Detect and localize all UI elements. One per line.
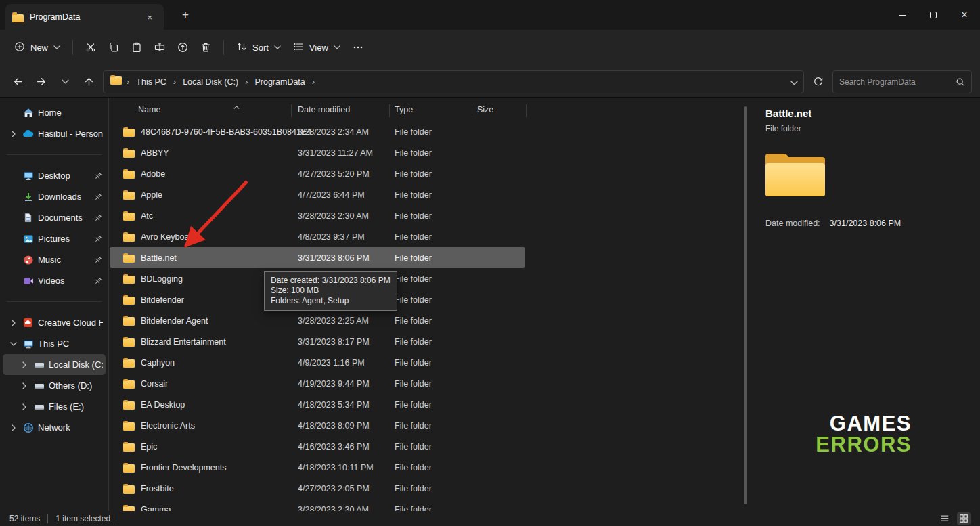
sort-ascending-icon (233, 102, 240, 111)
maximize-button[interactable] (918, 0, 949, 30)
pin-icon (93, 255, 103, 265)
sidebar-item-pictures[interactable]: Pictures (3, 228, 106, 249)
breadcrumb-programdata[interactable]: ProgramData (250, 74, 309, 89)
sidebar-item-videos[interactable]: Videos (3, 270, 106, 291)
cut-button[interactable] (79, 37, 102, 58)
folder-icon (123, 359, 135, 368)
chevron-down-icon[interactable] (8, 338, 18, 349)
forward-button[interactable] (32, 72, 51, 91)
sidebar-item-onedrive[interactable]: Hasibul - Personal (3, 123, 106, 144)
file-row[interactable]: Blizzard Entertainment 3/31/2023 8:17 PM… (110, 331, 525, 352)
more-options-button[interactable] (347, 37, 370, 58)
back-button[interactable] (8, 72, 27, 91)
chevron-right-icon[interactable] (8, 317, 18, 328)
column-divider[interactable] (389, 104, 390, 117)
chevron-right-icon[interactable] (8, 129, 18, 139)
file-name: Battle.net (141, 253, 177, 263)
file-row[interactable]: Caphyon 4/9/2023 1:16 PM File folder (110, 352, 525, 373)
file-row[interactable]: Corsair 4/19/2023 9:44 PM File folder (110, 373, 525, 394)
share-button[interactable] (171, 37, 194, 58)
new-tab-button[interactable]: + (177, 8, 194, 22)
refresh-button[interactable] (809, 72, 828, 91)
sidebar-item-others-d[interactable]: Others (D:) (3, 375, 106, 396)
window-controls: × (887, 0, 980, 30)
sidebar-item-music[interactable]: Music (3, 249, 106, 270)
file-row[interactable]: Adobe 4/27/2023 5:20 PM File folder (110, 163, 525, 184)
close-button[interactable]: × (949, 0, 980, 30)
column-divider[interactable] (526, 104, 527, 117)
file-type: File folder (395, 184, 432, 205)
file-date: 4/27/2023 5:20 PM (298, 163, 370, 184)
folder-icon (123, 255, 135, 263)
file-row[interactable]: Avro Keyboard 4/8/2023 9:37 PM File fold… (110, 226, 525, 247)
details-title: Battle.net (765, 108, 980, 119)
delete-button[interactable] (194, 37, 217, 58)
chevron-right-icon[interactable] (19, 359, 29, 370)
column-divider[interactable] (291, 104, 292, 117)
file-row[interactable]: 48C4687D-9760-4F5B-BAB3-60351B0841E4 3/2… (110, 121, 525, 142)
recent-locations-button[interactable] (55, 72, 74, 91)
search-icon[interactable] (956, 77, 965, 87)
file-date: 3/31/2023 11:27 AM (298, 142, 373, 163)
items-count: 52 items (9, 514, 40, 523)
chevron-right-icon[interactable] (19, 401, 29, 412)
breadcrumb-this-pc[interactable]: This PC (131, 74, 171, 89)
file-row[interactable]: Atc 3/28/2023 2:30 AM File folder (110, 205, 525, 226)
pin-icon (93, 234, 103, 244)
sidebar-item-files-e[interactable]: Files (E:) (3, 396, 106, 417)
search-input[interactable] (839, 77, 952, 87)
copy-button[interactable] (102, 37, 125, 58)
sidebar-item-desktop[interactable]: Desktop (3, 165, 106, 186)
details-view-button[interactable] (938, 512, 952, 525)
file-row[interactable]: Epic 4/16/2023 3:46 PM File folder (110, 436, 525, 457)
sidebar-item-downloads[interactable]: Downloads (3, 186, 106, 207)
details-type: File folder (765, 124, 980, 133)
paste-button[interactable] (125, 37, 148, 58)
file-row[interactable]: Frostbite 4/27/2023 2:05 PM File folder (110, 478, 525, 499)
file-row[interactable]: Electronic Arts 4/18/2023 8:09 PM File f… (110, 415, 525, 436)
rename-button[interactable] (148, 37, 171, 58)
file-type: File folder (395, 478, 432, 499)
file-row[interactable]: Frontier Developments 4/18/2023 10:11 PM… (110, 457, 525, 478)
explorer-tab[interactable]: ProgramData × (5, 4, 164, 30)
sidebar-label: Videos (38, 276, 65, 286)
sidebar-item-this-pc[interactable]: This PC (3, 333, 106, 354)
sort-button[interactable]: Sort (230, 37, 287, 59)
folder-icon (123, 401, 135, 410)
view-button[interactable]: View (287, 37, 347, 59)
sidebar-label: Desktop (38, 171, 70, 181)
file-row[interactable]: Gamma 3/28/2023 2:30 AM File folder (110, 499, 525, 511)
breadcrumb-local-disk[interactable]: Local Disk (C:) (178, 74, 243, 89)
sidebar-item-network[interactable]: Network (3, 417, 106, 438)
chevron-right-icon[interactable] (19, 380, 29, 391)
file-row-selected[interactable]: Battle.net 3/31/2023 8:06 PM File folder (110, 247, 525, 268)
file-name: Frostbite (141, 484, 174, 494)
file-row[interactable]: Bitdefender Agent 3/28/2023 2:25 AM File… (110, 310, 525, 331)
column-divider[interactable] (472, 104, 472, 117)
file-row[interactable]: Apple 4/7/2023 6:44 PM File folder (110, 184, 525, 205)
folder-icon (123, 213, 135, 221)
tab-close-icon[interactable]: × (142, 12, 157, 23)
minimize-button[interactable] (887, 0, 918, 30)
vertical-scrollbar[interactable] (744, 106, 747, 504)
new-button[interactable]: New (8, 37, 66, 59)
folder-icon (123, 380, 135, 389)
creative-cloud-icon (22, 317, 34, 328)
chevron-right-icon[interactable] (8, 422, 18, 433)
sidebar-item-documents[interactable]: Documents (3, 207, 106, 228)
file-row[interactable]: ABBYY 3/31/2023 11:27 AM File folder (110, 142, 525, 163)
new-button-label: New (30, 43, 48, 53)
address-breadcrumb-bar[interactable]: › This PC › Local Disk (C:) › ProgramDat… (103, 70, 804, 93)
large-icons-view-button[interactable] (957, 512, 971, 525)
sidebar-item-local-disk-c[interactable]: Local Disk (C:) (3, 354, 106, 375)
column-header-name[interactable]: Name (138, 105, 160, 114)
column-header-date[interactable]: Date modified (298, 105, 350, 114)
sidebar-item-creative-cloud[interactable]: Creative Cloud Files (3, 312, 106, 333)
forward-arrow-icon (36, 76, 47, 87)
sidebar-item-home[interactable]: Home (3, 102, 106, 123)
address-dropdown-button[interactable] (790, 76, 798, 88)
up-button[interactable] (79, 72, 98, 91)
column-header-size[interactable]: Size (477, 105, 493, 114)
file-row[interactable]: EA Desktop 4/18/2023 5:34 PM File folder (110, 394, 525, 415)
column-header-type[interactable]: Type (395, 105, 413, 114)
